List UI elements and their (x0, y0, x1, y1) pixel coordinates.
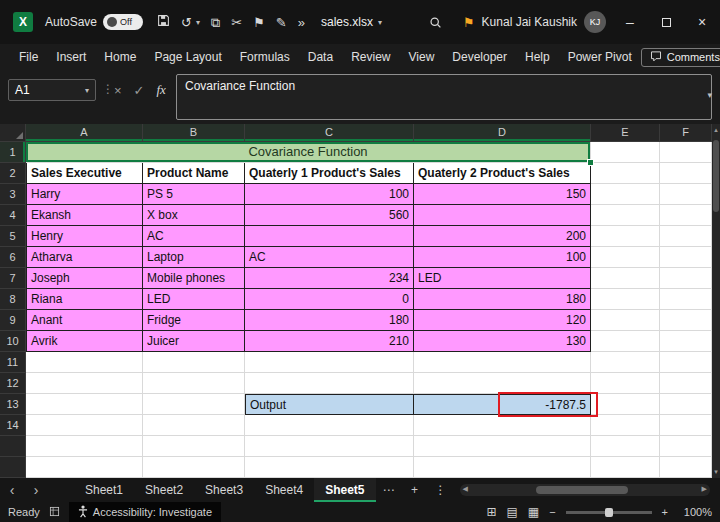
cell-C[interactable] (245, 436, 414, 457)
cell-F10[interactable] (660, 331, 712, 352)
cell-A5[interactable]: Henry (26, 226, 143, 247)
cell-E11[interactable] (591, 352, 660, 373)
scroll-left-icon[interactable]: ◀ (463, 485, 468, 493)
cell-E5[interactable] (591, 226, 660, 247)
ribbon-tab-help[interactable]: Help (516, 44, 559, 70)
cell-D[interactable] (414, 457, 591, 478)
cell-C13[interactable]: Output (245, 394, 414, 415)
cell-A13[interactable] (26, 394, 143, 415)
cell-D[interactable] (414, 436, 591, 457)
cell-A7[interactable]: Joseph (26, 268, 143, 289)
cell-F14[interactable] (660, 415, 712, 436)
page-layout-view-icon[interactable]: ▤ (506, 505, 517, 519)
cell-C4[interactable]: 560 (245, 205, 414, 226)
ribbon-tab-insert[interactable]: Insert (47, 44, 95, 70)
cell-A10[interactable]: Avrik (26, 331, 143, 352)
accessibility-status[interactable]: Accessibility: Investigate (69, 502, 221, 522)
cell-A[interactable] (26, 436, 143, 457)
row-header-5[interactable]: 5 (0, 226, 26, 247)
cell-F12[interactable] (660, 373, 712, 394)
cell-C5[interactable] (245, 226, 414, 247)
cell-C3[interactable]: 100 (245, 184, 414, 205)
cell-F9[interactable] (660, 310, 712, 331)
insert-function-icon[interactable]: fx (157, 82, 166, 98)
column-header-C[interactable]: C (245, 124, 414, 142)
document-title[interactable]: sales.xlsx ▾ (321, 15, 382, 29)
cell-B14[interactable] (143, 415, 245, 436)
cell-B10[interactable]: Juicer (143, 331, 245, 352)
cell-B2[interactable]: Product Name (143, 163, 245, 184)
cell-F13[interactable] (660, 394, 712, 415)
cell-D12[interactable] (414, 373, 591, 394)
zoom-level-label[interactable]: 100% (678, 506, 712, 518)
vertical-scroll-thumb[interactable] (713, 140, 719, 212)
row-header-11[interactable]: 11 (0, 352, 26, 373)
search-icon[interactable] (419, 16, 453, 29)
zoom-slider[interactable] (566, 511, 652, 514)
autosave-toggle[interactable]: Off (103, 14, 143, 30)
cell-E13[interactable] (591, 394, 660, 415)
cell-D14[interactable] (414, 415, 591, 436)
cell-A8[interactable]: Riana (26, 289, 143, 310)
row-header-7[interactable]: 7 (0, 268, 26, 289)
ribbon-tab-power-pivot[interactable]: Power Pivot (559, 44, 641, 70)
announcement-icon[interactable]: ⚑ (463, 15, 475, 30)
add-sheet-button[interactable]: + (402, 483, 428, 497)
macro-record-icon[interactable] (49, 506, 60, 519)
cell-E2[interactable] (591, 163, 660, 184)
autosave-control[interactable]: AutoSave Off (45, 14, 143, 30)
cell-F6[interactable] (660, 247, 712, 268)
row-header-blank[interactable] (0, 457, 26, 478)
scroll-up-icon[interactable]: ▴ (712, 126, 720, 134)
cell-F7[interactable] (660, 268, 712, 289)
cell-A9[interactable]: Anant (26, 310, 143, 331)
row-header-12[interactable]: 12 (0, 373, 26, 394)
minimize-button[interactable]: – (612, 0, 648, 44)
sheet-menu-icon[interactable]: ⋮ (428, 483, 454, 497)
sheet-tab-sheet3[interactable]: Sheet3 (194, 478, 254, 502)
row-header-1[interactable]: 1 (0, 142, 26, 163)
cell-B7[interactable]: Mobile phones (143, 268, 245, 289)
cell-F1[interactable] (660, 142, 712, 163)
row-header-8[interactable]: 8 (0, 289, 26, 310)
cancel-icon[interactable]: × (114, 83, 122, 98)
ribbon-tab-data[interactable]: Data (299, 44, 342, 70)
zoom-in-button[interactable]: + (662, 506, 668, 518)
undo-dropdown-icon[interactable]: ▾ (196, 18, 200, 27)
sheet-nav-right-icon[interactable]: › (24, 482, 48, 498)
cut-icon[interactable]: ✂ (231, 16, 242, 29)
row-header-10[interactable]: 10 (0, 331, 26, 352)
cell-C10[interactable]: 210 (245, 331, 414, 352)
cell-D4[interactable] (414, 205, 591, 226)
name-box-dropdown-icon[interactable]: ▾ (85, 86, 89, 95)
ribbon-tab-page-layout[interactable]: Page Layout (145, 44, 230, 70)
horizontal-scrollbar[interactable]: ◀ ▶ (460, 484, 710, 496)
cell-D5[interactable]: 200 (414, 226, 591, 247)
cell-E[interactable] (591, 436, 660, 457)
sheet-tab-sheet1[interactable]: Sheet1 (74, 478, 134, 502)
cell-A[interactable] (26, 457, 143, 478)
row-header-6[interactable]: 6 (0, 247, 26, 268)
ribbon-tab-file[interactable]: File (10, 44, 47, 70)
cell-F3[interactable] (660, 184, 712, 205)
cell-B6[interactable]: Laptop (143, 247, 245, 268)
zoom-out-button[interactable]: − (549, 506, 555, 518)
cell-E8[interactable] (591, 289, 660, 310)
cell-F5[interactable] (660, 226, 712, 247)
ribbon-tab-formulas[interactable]: Formulas (231, 44, 299, 70)
column-header-B[interactable]: B (143, 124, 245, 142)
sheet-overflow-icon[interactable]: ⋯ (376, 483, 402, 497)
cell-D7[interactable]: LED (414, 268, 591, 289)
cell-E6[interactable] (591, 247, 660, 268)
cell-A11[interactable] (26, 352, 143, 373)
cell-C2[interactable]: Quaterly 1 Product's Sales (245, 163, 414, 184)
name-box[interactable]: A1 ▾ (8, 79, 96, 101)
row-header-3[interactable]: 3 (0, 184, 26, 205)
cell-E10[interactable] (591, 331, 660, 352)
cell-E4[interactable] (591, 205, 660, 226)
cell-A4[interactable]: Ekansh (26, 205, 143, 226)
copy-icon[interactable]: ⧉ (211, 16, 220, 29)
account-area[interactable]: ⚑ Kunal Jai Kaushik KJ (463, 11, 606, 33)
cell-B12[interactable] (143, 373, 245, 394)
cell-D10[interactable]: 130 (414, 331, 591, 352)
